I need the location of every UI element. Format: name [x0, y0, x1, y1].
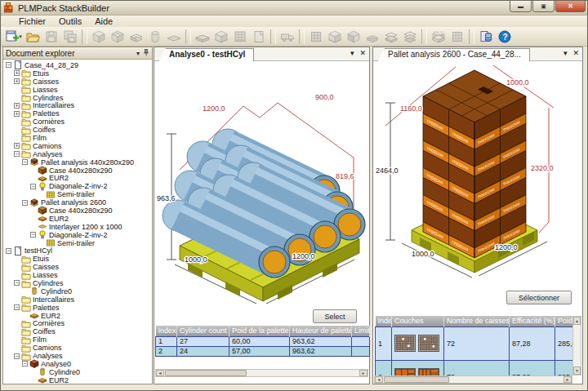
toolbar-bundle-analysis-2-button[interactable]: [363, 28, 381, 46]
win2-tab[interactable]: Pallet analysis 2600 - Case_44_28...: [377, 48, 530, 61]
win1-3d-viewport[interactable]: 1200,0 900,0 963,6 819,6 1000,0 1200,0: [155, 62, 370, 307]
tree-expander[interactable]: −: [22, 200, 28, 206]
tree-expander[interactable]: −: [6, 62, 11, 68]
toolbar-open-button[interactable]: [23, 28, 42, 46]
tree-expander[interactable]: +: [14, 103, 20, 109]
tree-expander[interactable]: −: [14, 353, 20, 359]
toolbar-new-document-button[interactable]: [249, 28, 268, 46]
toolbar-help-button[interactable]: ?: [495, 28, 514, 46]
layer-thumbnail-icon[interactable]: [418, 335, 439, 352]
tree-expander[interactable]: −: [14, 280, 20, 286]
tree-expander[interactable]: −: [30, 232, 36, 238]
column-header[interactable]: Cylinder count: [177, 326, 229, 336]
tree-item-interlayer-1200-x-1000[interactable]: Interlayer 1200 x 1000: [3, 223, 152, 231]
tree-item-case-440x280x290[interactable]: Case 440x280x290: [3, 207, 152, 215]
toolbar-new-bundle-button[interactable]: [127, 28, 145, 46]
minimize-button[interactable]: ▬: [510, 0, 532, 12]
toolbar-new-button[interactable]: NEW▾: [4, 28, 23, 46]
toolbar-new-cylinder-button[interactable]: [145, 28, 164, 46]
tree-item-semi-trailer[interactable]: Semi-trailer: [3, 190, 152, 198]
menu-aide[interactable]: Aide: [88, 16, 119, 26]
toolbar-save-all-button[interactable]: [60, 28, 79, 46]
scroll-left-icon[interactable]: ◄: [156, 370, 164, 376]
tree-item-diagonale-z-inv-2[interactable]: −Diagonale-Z-inv-2: [3, 231, 152, 239]
scroll-right-icon[interactable]: ►: [359, 370, 368, 376]
scrollbar-thumb[interactable]: [384, 376, 449, 383]
tree-item-analyses[interactable]: −Analyses: [3, 150, 152, 158]
tree-expander[interactable]: −: [6, 248, 11, 254]
tree-expander[interactable]: +: [14, 70, 20, 76]
tree-expander[interactable]: −: [14, 304, 20, 310]
table-row[interactable]: 12760,00963,62: [156, 336, 370, 346]
tree-item-pallet-analysis-2600[interactable]: −Pallet analysis 2600: [3, 198, 152, 207]
toolbar-new-pallet-button[interactable]: [193, 28, 212, 46]
column-header[interactable]: Limit: [352, 326, 370, 336]
dropdown-arrow-icon[interactable]: ▾: [19, 33, 22, 40]
layer-thumbnail-icon[interactable]: [394, 335, 416, 352]
toolbar-grid-analysis-button[interactable]: [448, 28, 466, 46]
tree-item-diagonale-z-inv-2[interactable]: −Diagonale-Z-inv-2: [3, 182, 152, 190]
win1-horizontal-scrollbar[interactable]: ◄ ►: [155, 369, 368, 377]
pin-icon[interactable]: [143, 49, 149, 58]
tree-expander[interactable]: +: [14, 78, 20, 84]
tree-expander[interactable]: +: [14, 111, 20, 117]
tree-expander[interactable]: −: [30, 184, 36, 189]
win2-horizontal-scrollbar[interactable]: ◄ ►: [374, 375, 572, 384]
toolbar-stack-analysis-button[interactable]: [381, 28, 400, 46]
tree-item-eur2[interactable]: EUR2: [3, 174, 152, 182]
tree-expander[interactable]: −: [22, 361, 28, 367]
scroll-right-icon[interactable]: ►: [564, 376, 572, 383]
maximize-button[interactable]: ▣: [532, 0, 555, 12]
selectionner-button[interactable]: Sélectionner: [506, 291, 572, 304]
scrollbar-thumb[interactable]: [165, 370, 247, 376]
toolbar-abcd-analysis-button[interactable]: ABCD: [429, 28, 448, 46]
toolbar-new-pallet-load-button[interactable]: [212, 28, 230, 46]
menu-fichier[interactable]: Fichier: [12, 16, 52, 26]
toolbar-save-button[interactable]: [42, 28, 60, 46]
toolbar-new-interlayer-button[interactable]: [164, 28, 183, 46]
tree-expander[interactable]: −: [22, 159, 28, 165]
tree-item-case-440x280x290[interactable]: Case 440x280x290: [3, 167, 152, 175]
column-header[interactable]: Index: [156, 326, 177, 336]
table-row[interactable]: 2 72 87,28 285,00: [376, 360, 582, 375]
table-row[interactable]: 22457,00963,62: [156, 346, 370, 356]
column-header[interactable]: Poid de la palette: [229, 326, 290, 336]
toolbar-new-box-button[interactable]: [108, 28, 127, 46]
scroll-down-icon[interactable]: ▼: [573, 367, 581, 375]
column-header[interactable]: Efficacité (%): [510, 316, 555, 327]
win1-menu-icon[interactable]: ▾: [350, 49, 354, 57]
column-header[interactable]: Couches: [392, 316, 444, 327]
tree-item-semi-trailer[interactable]: Semi-trailer: [3, 239, 152, 247]
tree-item-analyses[interactable]: −Analyses: [3, 352, 152, 360]
toolbar-edit-database-button[interactable]: [476, 28, 495, 46]
win2-close-icon[interactable]: ✕: [572, 49, 579, 57]
toolbar-stack-analysis-2-button[interactable]: [400, 28, 419, 46]
layer-thumbnail-icon[interactable]: [394, 368, 416, 375]
toolbar-new-truck-button[interactable]: [278, 28, 296, 46]
menu-outils[interactable]: Outils: [52, 16, 88, 26]
tree-item-palettes[interactable]: −Palettes: [3, 304, 152, 312]
tree-item-analyse0[interactable]: −Analyse0: [3, 360, 152, 368]
tree-item-eur2[interactable]: EUR2: [3, 215, 152, 223]
table-row[interactable]: 1 72 87,28 285,00: [376, 327, 582, 360]
tree-item-cylindres[interactable]: −Cylindres: [3, 279, 152, 287]
scroll-left-icon[interactable]: ◄: [375, 376, 383, 383]
win1-close-icon[interactable]: ✕: [359, 49, 366, 57]
tree-expander[interactable]: −: [14, 151, 20, 157]
select-button[interactable]: Select: [313, 309, 357, 323]
close-button[interactable]: ✕: [555, 0, 586, 12]
toolbar-new-pallet-grid-button[interactable]: [230, 28, 249, 46]
win2-vertical-scrollbar[interactable]: ▲ ▼: [572, 316, 581, 375]
win1-tab[interactable]: Analyse0 - testHCyl: [158, 48, 254, 61]
tree-item-cylindre0[interactable]: Cylindre0: [3, 368, 152, 376]
scroll-up-icon[interactable]: ▲: [573, 317, 581, 325]
toolbar-pallet-analysis-2-button[interactable]: [325, 28, 344, 46]
column-header[interactable]: Index: [376, 316, 392, 327]
column-header[interactable]: Nombre de caisses: [444, 316, 510, 327]
layer-thumbnail-icon[interactable]: [418, 368, 439, 375]
toolbar-bundle-analysis-button[interactable]: [344, 28, 363, 46]
tree-item-eur2[interactable]: EUR2: [3, 376, 152, 384]
tree-expander[interactable]: +: [14, 143, 20, 149]
tree-item-pallet-analysis-440x280x290[interactable]: −Pallet analysis 440x280x290: [3, 158, 152, 167]
win2-menu-icon[interactable]: ▾: [564, 49, 568, 57]
